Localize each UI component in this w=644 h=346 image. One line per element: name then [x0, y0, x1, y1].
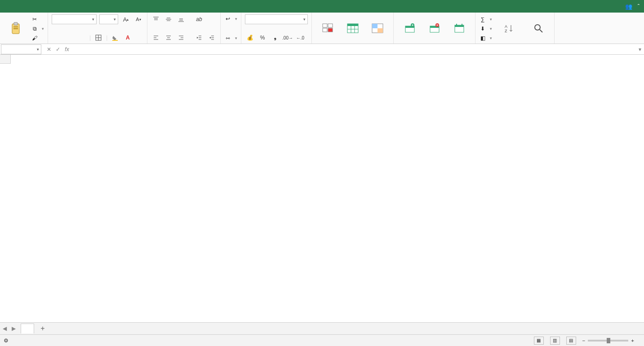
comma-button[interactable]: ❟ — [270, 33, 280, 43]
sort-icon: AZ — [503, 22, 515, 35]
find-select-button[interactable] — [526, 14, 551, 43]
column-headers[interactable] — [11, 55, 644, 64]
svg-text:Z: Z — [505, 29, 507, 33]
search-icon — [532, 22, 545, 35]
clipboard-icon — [10, 22, 22, 35]
group-font: A▴ A▾ | | A — [48, 13, 147, 44]
number-format-select[interactable] — [245, 14, 308, 24]
expand-formula-bar-button[interactable]: ▾ — [636, 46, 644, 53]
increase-font-button[interactable]: A▴ — [121, 14, 131, 24]
font-color-button[interactable]: A — [123, 33, 133, 43]
chevron-down-icon: ▾ — [490, 36, 492, 40]
copy-button[interactable]: ⧉▾ — [31, 24, 44, 33]
wrap-text-button[interactable]: ↩▾ — [224, 14, 237, 23]
sheet-nav-next[interactable]: ▶ — [9, 325, 18, 332]
align-top-button[interactable] — [151, 14, 161, 24]
group-alignment: ab — [147, 13, 221, 44]
align-left-button[interactable] — [151, 33, 161, 43]
decrease-font-button[interactable]: A▾ — [133, 14, 143, 24]
row-headers[interactable] — [0, 64, 11, 322]
format-as-table-button[interactable] — [340, 14, 365, 43]
enter-formula-button[interactable]: ✓ — [54, 46, 62, 53]
svg-rect-32 — [323, 24, 327, 27]
chevron-down-icon: ▾ — [490, 17, 492, 22]
cell-styles-button[interactable] — [365, 14, 390, 43]
view-page-layout-button[interactable]: ▥ — [550, 337, 560, 345]
group-number: 💰 % ❟ .00→ ←.0 — [241, 13, 312, 44]
fx-button[interactable]: fx — [63, 46, 71, 53]
status-bar: ⚙ ▦ ▥ ▤ − + — [0, 334, 644, 346]
decrease-indent-button[interactable] — [194, 33, 204, 43]
select-all-corner[interactable] — [0, 55, 11, 64]
fill-color-button[interactable] — [110, 33, 120, 43]
conditional-formatting-button[interactable] — [315, 14, 340, 43]
chevron-up-icon: ˆ — [638, 3, 640, 10]
clear-button[interactable]: ◧▾ — [479, 34, 492, 43]
percent-button[interactable]: % — [258, 33, 267, 43]
sheet-tab-active[interactable] — [21, 324, 34, 333]
svg-rect-34 — [323, 28, 327, 32]
sheet-nav-prev[interactable]: ◀ — [0, 325, 9, 332]
align-center-button[interactable] — [164, 33, 173, 43]
insert-cells-button[interactable] — [397, 14, 422, 43]
group-wrap-merge: ↩▾ ⇿▾ — [221, 13, 241, 44]
group-cells — [394, 13, 475, 44]
cell-styles-icon — [371, 22, 384, 35]
zoom-slider[interactable]: − + — [582, 338, 634, 343]
formula-bar: ✕ ✓ fx ▾ — [0, 44, 644, 55]
group-editing: ∑▾ ⬇▾ ◧▾ AZ — [475, 13, 555, 44]
scissors-icon: ✂︎ — [31, 16, 38, 23]
svg-rect-35 — [328, 28, 333, 32]
name-box[interactable] — [1, 44, 41, 54]
fill-button[interactable]: ⬇▾ — [479, 24, 492, 33]
orientation-button[interactable]: ab — [194, 14, 204, 24]
add-sheet-button[interactable]: + — [38, 324, 48, 333]
align-bottom-button[interactable] — [176, 14, 186, 24]
bold-button[interactable] — [52, 33, 62, 43]
chevron-down-icon: ▾ — [42, 26, 44, 31]
eraser-icon: ◧ — [479, 35, 486, 42]
view-normal-button[interactable]: ▦ — [534, 337, 544, 345]
increase-indent-button[interactable] — [207, 33, 217, 43]
font-name-select[interactable] — [52, 14, 97, 24]
delete-icon — [428, 22, 441, 35]
decrease-decimal-button[interactable]: ←.0 — [295, 33, 305, 43]
zoom-thumb[interactable] — [607, 338, 610, 343]
formula-input[interactable] — [74, 44, 636, 54]
border-button[interactable] — [93, 33, 103, 43]
format-painter-button[interactable]: 🖌 — [31, 34, 44, 43]
zoom-out-button[interactable]: − — [582, 338, 586, 343]
spreadsheet-grid[interactable] — [0, 55, 644, 322]
svg-rect-33 — [328, 24, 333, 27]
fill-down-icon: ⬇ — [479, 25, 486, 32]
cells-area[interactable] — [11, 64, 644, 322]
zoom-in-button[interactable]: + — [631, 338, 634, 343]
currency-button[interactable]: 💰 — [245, 33, 255, 43]
paste-button[interactable] — [4, 14, 28, 43]
cancel-formula-button[interactable]: ✕ — [45, 46, 53, 53]
group-clipboard: ✂︎ ⧉▾ 🖌 — [0, 13, 48, 44]
svg-rect-7 — [112, 40, 118, 41]
paintbrush-icon: 🖌 — [31, 35, 38, 42]
view-page-break-button[interactable]: ▤ — [566, 337, 576, 345]
align-middle-button[interactable] — [164, 14, 173, 24]
font-size-select[interactable] — [99, 14, 118, 24]
sort-filter-button[interactable]: AZ — [497, 14, 521, 43]
format-cells-button[interactable] — [447, 14, 471, 43]
svg-rect-3 — [13, 28, 18, 29]
autosum-button[interactable]: ∑▾ — [479, 15, 492, 24]
share-button[interactable]: 👥 ˆ — [621, 0, 644, 13]
merge-center-button[interactable]: ⇿▾ — [224, 34, 237, 43]
customize-status-icon[interactable]: ⚙ — [4, 337, 9, 344]
zoom-track[interactable] — [588, 340, 628, 342]
svg-text:A: A — [505, 24, 507, 29]
align-right-button[interactable] — [176, 33, 186, 43]
increase-decimal-button[interactable]: .00→ — [283, 33, 293, 43]
chevron-down-icon: ▾ — [235, 36, 237, 40]
delete-cells-button[interactable] — [422, 14, 447, 43]
wrap-icon: ↩ — [224, 15, 231, 22]
cut-button[interactable]: ✂︎ — [31, 15, 44, 24]
sigma-icon: ∑ — [479, 16, 486, 23]
underline-button[interactable] — [77, 33, 87, 43]
italic-button[interactable] — [64, 33, 74, 43]
